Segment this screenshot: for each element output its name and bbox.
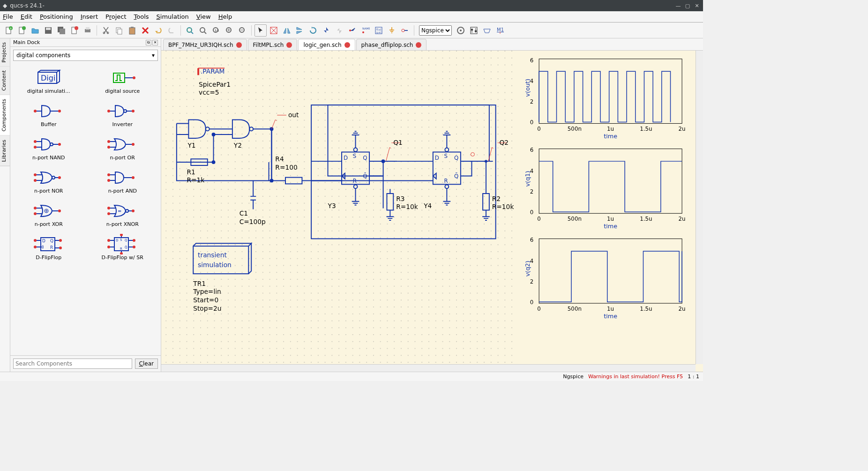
horizontal-scrollbar[interactable]	[161, 364, 696, 372]
menu-view[interactable]: View	[196, 13, 211, 20]
mirror-v-button[interactable]	[294, 24, 306, 37]
status-warning: Warnings in last simulation! Press F5	[588, 374, 683, 380]
zoom-in-button[interactable]	[223, 24, 235, 37]
maximize-button[interactable]: ▢	[684, 2, 691, 9]
dock-close-button[interactable]: ✕	[152, 40, 158, 45]
deactivate-tool-button[interactable]	[268, 24, 280, 37]
open-button[interactable]	[29, 24, 41, 37]
menu-positioning[interactable]: Positioning	[40, 13, 73, 20]
svg-text:1:1: 1:1	[215, 29, 219, 32]
component-category-select[interactable]: digital components ▾	[13, 50, 158, 61]
pop-out-button[interactable]	[333, 24, 345, 37]
cut-button[interactable]	[100, 24, 112, 37]
close-file-button[interactable]	[68, 24, 81, 37]
component-nport-xnor[interactable]: =n-port XNOR	[87, 199, 158, 229]
port-tool-button[interactable]	[399, 24, 411, 37]
select-tool-button[interactable]	[254, 24, 267, 37]
delete-button[interactable]	[139, 24, 151, 37]
ground-tool-button[interactable]	[386, 24, 398, 37]
equation-tool-button[interactable]: f(u)u+i	[373, 24, 385, 37]
vertical-scrollbar[interactable]	[696, 51, 703, 364]
zoom-selection-button[interactable]	[197, 24, 209, 37]
svg-rect-92	[165, 51, 516, 364]
svg-text:simulation: simulation	[198, 261, 232, 269]
go-into-button[interactable]	[320, 24, 332, 37]
tab-filtmpl[interactable]: FiltMPL.sch	[248, 39, 298, 50]
search-input[interactable]	[13, 359, 132, 369]
tab-phase-dfliplop[interactable]: phase_dfliplop.sch	[356, 39, 427, 50]
component-nport-xor[interactable]: n-port XOR	[13, 199, 84, 229]
content-area: BPF_7MHz_UR3IQH.sch FiltMPL.sch logic_ge…	[161, 38, 703, 372]
paste-button[interactable]	[126, 24, 138, 37]
mirror-h-button[interactable]	[281, 24, 293, 37]
marker-button[interactable]: M1	[494, 24, 506, 37]
svg-text:S: S	[444, 153, 447, 159]
component-digital-source[interactable]: digital source	[87, 66, 158, 96]
save-all-button[interactable]	[55, 24, 67, 37]
undo-button[interactable]	[152, 24, 165, 37]
zoom-fit-button[interactable]	[184, 24, 196, 37]
close-icon[interactable]	[236, 42, 242, 48]
menu-tools[interactable]: Tools	[134, 13, 149, 20]
component-category-label: digital components	[16, 52, 70, 59]
component-nport-and[interactable]: n-port AND	[87, 165, 158, 196]
component-label: digital simulati...	[27, 88, 70, 94]
component-nport-nor[interactable]: n-port NOR	[13, 165, 84, 196]
redo-button[interactable]	[165, 24, 178, 37]
menu-simulation[interactable]: Simulation	[157, 13, 189, 20]
minimize-button[interactable]: —	[675, 2, 681, 9]
simulator-select[interactable]: Ngspice	[419, 25, 452, 36]
menu-edit[interactable]: Edit	[21, 13, 32, 20]
svg-text:500n: 500n	[568, 126, 582, 132]
svg-point-10	[75, 26, 78, 30]
wire-label-tool-button[interactable]: NAME	[359, 24, 372, 37]
copy-button[interactable]	[113, 24, 125, 37]
print-button[interactable]	[82, 24, 94, 37]
close-icon[interactable]	[344, 42, 350, 48]
svg-text:R=10k: R=10k	[396, 203, 418, 210]
save-button[interactable]	[42, 24, 54, 37]
simulate-button[interactable]	[455, 24, 467, 37]
close-icon[interactable]	[416, 42, 421, 48]
menu-file[interactable]: File	[3, 13, 13, 20]
menu-insert[interactable]: Insert	[81, 13, 98, 20]
sidetab-content[interactable]: Content	[0, 67, 10, 95]
menu-help[interactable]: Help	[218, 13, 232, 20]
sidetab-components[interactable]: Components	[0, 95, 10, 136]
tune-button[interactable]	[468, 24, 480, 37]
svg-text:time: time	[604, 313, 617, 320]
zoom-out-button[interactable]	[236, 24, 248, 37]
close-button[interactable]: ✕	[694, 2, 700, 9]
component-nport-or[interactable]: n-port OR	[87, 132, 158, 163]
sidetab-projects[interactable]: Projects	[0, 38, 10, 67]
svg-point-108	[270, 179, 273, 182]
window-title: qucs-s 24.1-	[10, 2, 672, 9]
component-d-flipflop[interactable]: DQRD-FlipFlop	[13, 232, 84, 262]
dock-float-button[interactable]: ⧉	[146, 40, 151, 45]
wire-tool-button[interactable]	[346, 24, 359, 37]
svg-text:500n: 500n	[568, 306, 582, 312]
svg-text:R: R	[50, 245, 53, 250]
component-label: n-port NAND	[32, 155, 65, 161]
svg-point-52	[107, 140, 110, 143]
menu-project[interactable]: Project	[105, 13, 127, 20]
component-digital-simulation[interactable]: Digidigital simulati...	[13, 66, 84, 96]
close-icon[interactable]	[286, 42, 292, 48]
schematic-canvas[interactable]: .PARAM SpicePar1 vcc=5	[161, 51, 696, 364]
clear-button[interactable]: Clear	[135, 359, 158, 369]
sidetab-libraries[interactable]: Libraries	[0, 136, 10, 166]
status-zoom: 1 : 1	[688, 374, 699, 380]
tab-bpf[interactable]: BPF_7MHz_UR3IQH.sch	[163, 39, 247, 50]
svg-text:Q1: Q1	[393, 139, 403, 146]
new-file-button[interactable]: +	[3, 24, 15, 37]
component-buffer[interactable]: Buffer	[13, 99, 84, 129]
component-d-flipflop-sr[interactable]: DSQRQ̄D-FlipFlop w/ SR	[87, 232, 158, 262]
show-messages-button[interactable]	[481, 24, 493, 37]
component-inverter[interactable]: Inverter	[87, 99, 158, 129]
new-text-button[interactable]	[16, 24, 28, 37]
component-nport-nand[interactable]: n-port NAND	[13, 132, 84, 163]
zoom-11-button[interactable]: 1:1	[210, 24, 222, 37]
tab-logic-gen[interactable]: logic_gen.sch	[298, 39, 355, 50]
svg-text:TR1: TR1	[193, 280, 206, 287]
rotate-button[interactable]	[307, 24, 319, 37]
